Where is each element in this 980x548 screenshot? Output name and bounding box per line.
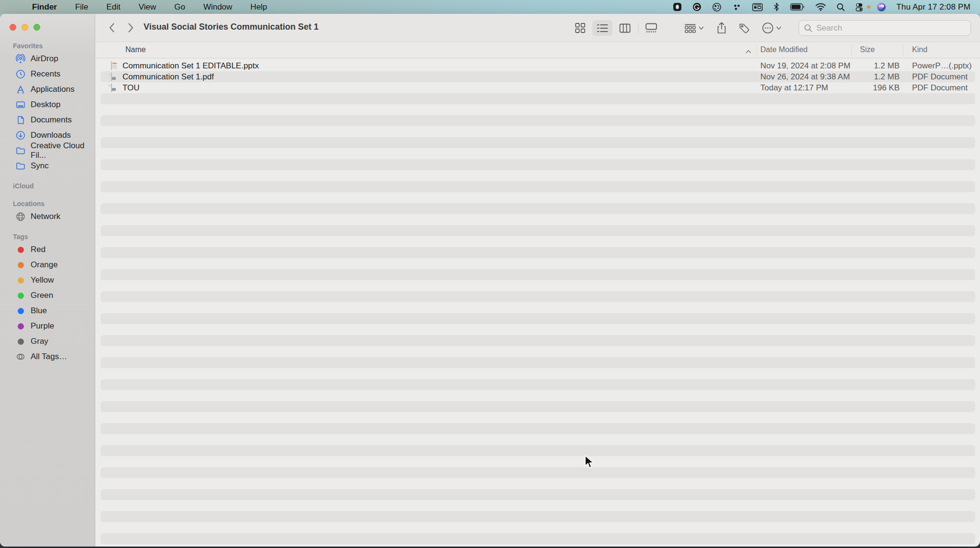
battery-icon[interactable] bbox=[785, 0, 810, 14]
search-field[interactable] bbox=[799, 20, 971, 36]
sidebar-item-applications[interactable]: Applications bbox=[4, 82, 91, 97]
file-row[interactable]: Communication Set 1.pdf Nov 26, 2024 at … bbox=[96, 71, 980, 82]
column-view-button[interactable] bbox=[615, 20, 635, 36]
tag-button[interactable] bbox=[735, 20, 754, 36]
column-header-kind[interactable]: Kind bbox=[912, 45, 927, 54]
grammarly-icon[interactable] bbox=[687, 0, 707, 14]
sidebar-item-label: Desktop bbox=[31, 100, 60, 110]
sidebar-item-label: Red bbox=[31, 245, 45, 254]
folder-icon bbox=[16, 146, 25, 155]
section-title: iCloud bbox=[0, 181, 95, 191]
siri-icon[interactable] bbox=[871, 0, 891, 14]
forward-button[interactable] bbox=[123, 21, 138, 35]
empty-row bbox=[96, 346, 980, 357]
menu-finder[interactable]: Finder bbox=[23, 0, 66, 14]
minimize-button[interactable] bbox=[22, 24, 28, 31]
sidebar-item-documents[interactable]: Documents bbox=[4, 112, 91, 128]
sidebar-section-favorites: Favorites AirDrop Recents Applications D… bbox=[0, 41, 95, 174]
file-row[interactable]: Communication Set 1 EDITABLE.pptx Nov 19… bbox=[96, 60, 980, 71]
empty-row bbox=[96, 368, 980, 379]
menu-go[interactable]: Go bbox=[165, 0, 194, 14]
sidebar-item-network[interactable]: Network bbox=[4, 209, 91, 224]
menu-help[interactable]: Help bbox=[241, 0, 276, 14]
empty-row bbox=[96, 357, 980, 368]
zoom-button[interactable] bbox=[33, 24, 40, 31]
applications-icon bbox=[16, 85, 25, 94]
pdf-file-icon bbox=[111, 73, 118, 81]
column-header-date-modified[interactable]: Date Modified bbox=[760, 45, 808, 54]
empty-row bbox=[96, 225, 980, 236]
menu-edit[interactable]: Edit bbox=[97, 0, 129, 14]
file-kind: PowerP…(.pptx) bbox=[912, 61, 972, 71]
icon-view-button[interactable] bbox=[570, 20, 590, 36]
empty-row bbox=[96, 434, 980, 445]
empty-row bbox=[96, 302, 980, 313]
column-divider[interactable] bbox=[851, 45, 852, 55]
empty-row bbox=[96, 104, 980, 115]
column-divider[interactable] bbox=[757, 45, 757, 55]
folder-icon bbox=[16, 161, 25, 171]
empty-row bbox=[96, 313, 980, 324]
gray-tag-icon bbox=[16, 337, 25, 346]
stop-badge-icon[interactable] bbox=[668, 0, 687, 14]
sidebar-item-recents[interactable]: Recents bbox=[4, 66, 91, 82]
sidebar-item-tag-yellow[interactable]: Yellow bbox=[4, 273, 91, 288]
list-view-button[interactable] bbox=[592, 20, 612, 36]
sidebar-item-airdrop[interactable]: AirDrop bbox=[4, 51, 91, 66]
empty-row bbox=[96, 126, 980, 137]
close-button[interactable] bbox=[10, 24, 16, 31]
sidebar-item-label: Recents bbox=[31, 69, 60, 79]
empty-row bbox=[96, 93, 980, 104]
dots-cluster-icon[interactable] bbox=[727, 0, 747, 14]
sidebar-item-label: Gray bbox=[31, 337, 48, 346]
file-list: Communication Set 1 EDITABLE.pptx Nov 19… bbox=[96, 59, 980, 547]
sidebar-item-all-tags[interactable]: All Tags… bbox=[4, 349, 91, 364]
back-button[interactable] bbox=[104, 21, 119, 35]
sidebar-item-sync[interactable]: Sync bbox=[4, 158, 91, 174]
menu-file[interactable]: File bbox=[66, 0, 97, 14]
more-options-button[interactable] bbox=[757, 20, 786, 36]
share-button[interactable] bbox=[712, 20, 731, 36]
sidebar-item-tag-orange[interactable]: Orange bbox=[4, 257, 91, 273]
spotlight-icon[interactable] bbox=[831, 0, 850, 14]
sidebar-section-locations: Locations Network bbox=[0, 198, 95, 224]
puzzle-circle-icon[interactable] bbox=[707, 0, 727, 14]
search-input[interactable] bbox=[816, 23, 966, 33]
sidebar-item-tag-purple[interactable]: Purple bbox=[4, 318, 91, 334]
sidebar-item-tag-red[interactable]: Red bbox=[4, 242, 91, 257]
airdrop-icon bbox=[16, 54, 25, 64]
apple-menu-icon[interactable] bbox=[7, 7, 23, 8]
sort-ascending-icon bbox=[746, 47, 751, 55]
empty-row bbox=[96, 379, 980, 390]
group-button[interactable] bbox=[679, 20, 709, 36]
sidebar-item-desktop[interactable]: Desktop bbox=[4, 97, 91, 112]
pptx-file-icon bbox=[111, 62, 118, 70]
column-header-size[interactable]: Size bbox=[860, 45, 875, 54]
empty-row bbox=[96, 247, 980, 258]
sidebar-item-tag-green[interactable]: Green bbox=[4, 288, 91, 303]
bluetooth-icon[interactable] bbox=[768, 0, 785, 14]
file-row[interactable]: TOU Today at 12:17 PM 196 KB PDF Documen… bbox=[96, 82, 980, 93]
empty-row bbox=[96, 335, 980, 346]
sidebar-item-label: Applications bbox=[31, 85, 75, 94]
file-size: 196 KB bbox=[840, 83, 900, 93]
empty-row bbox=[96, 192, 980, 203]
column-header-name[interactable]: Name bbox=[125, 45, 146, 54]
sidebar-item-tag-gray[interactable]: Gray bbox=[4, 334, 91, 349]
empty-row bbox=[96, 269, 980, 280]
download-circle-icon bbox=[16, 131, 25, 140]
control-center-icon[interactable] bbox=[850, 0, 871, 14]
gallery-view-button[interactable] bbox=[641, 20, 661, 36]
yellow-tag-icon bbox=[16, 275, 25, 285]
sidebar-item-creative-cloud[interactable]: Creative Cloud Fil... bbox=[4, 143, 91, 158]
wifi-icon[interactable] bbox=[810, 0, 831, 14]
column-divider[interactable] bbox=[903, 45, 903, 55]
menu-view[interactable]: View bbox=[130, 0, 166, 14]
menu-window[interactable]: Window bbox=[194, 0, 241, 14]
menu-bar-clock[interactable]: Thu Apr 17 2:08 PM bbox=[891, 2, 973, 12]
notification-dot bbox=[867, 5, 870, 9]
sidebar-item-tag-blue[interactable]: Blue bbox=[4, 303, 91, 318]
empty-row bbox=[96, 214, 980, 225]
finder-window: Favorites AirDrop Recents Applications D… bbox=[0, 14, 980, 547]
keyboard-window-icon[interactable] bbox=[747, 0, 768, 14]
